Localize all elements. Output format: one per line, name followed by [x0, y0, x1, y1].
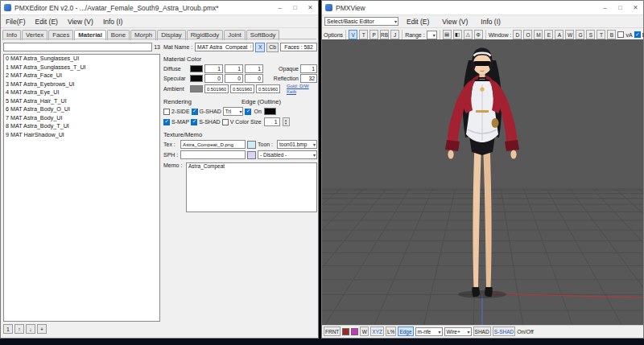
opaque-input[interactable] [300, 64, 317, 73]
draw-mode-dropdown[interactable]: Tri [223, 107, 244, 116]
tex-input[interactable] [180, 140, 246, 149]
material-list-item[interactable]: 8 MAT Astra_Body_T_UI [4, 122, 159, 131]
edge-toggle-button[interactable]: Edge [398, 327, 413, 336]
smap-checkbox[interactable] [163, 119, 170, 125]
minimize-button[interactable]: – [597, 2, 613, 14]
move-up-button[interactable]: ↑ [14, 324, 24, 334]
sph-preview-swatch[interactable] [247, 151, 256, 159]
mat-name-input[interactable] [195, 43, 254, 51]
diffuse-color-swatch[interactable] [190, 65, 203, 72]
material-list-item[interactable]: 3 MAT Astra_Eyebrows_UI [4, 80, 159, 89]
material-list-item[interactable]: 7 MAT Astra_Body_UI [4, 114, 159, 123]
close-button[interactable]: ✕ [628, 2, 643, 14]
maximize-button[interactable]: □ [287, 2, 303, 14]
specular-color-swatch[interactable] [190, 75, 203, 82]
vcolor-checkbox[interactable] [222, 119, 229, 125]
gshad-checkbox[interactable] [192, 109, 198, 115]
local-percent-button[interactable]: L% [386, 327, 396, 336]
taskbar[interactable] [0, 339, 644, 345]
pmxeditor-titlebar[interactable]: PMXEditor EN v2.0 - .../Avatar_Female_So… [1, 1, 318, 15]
toggle-physics[interactable]: P [369, 30, 378, 39]
toon-dropdown[interactable]: toon01.bmp [277, 140, 317, 149]
toggle-joint[interactable]: J [390, 30, 399, 39]
toggle-texture[interactable]: T [359, 30, 368, 39]
wireframe-button[interactable]: W [360, 327, 369, 336]
bx-checkbox[interactable] [634, 31, 641, 38]
maximize-button[interactable]: □ [613, 2, 628, 14]
two-side-checkbox[interactable] [163, 109, 170, 115]
xyz-button[interactable]: XYZ [370, 327, 384, 336]
material-list-item[interactable]: 4 MAT Astra_Eye_UI [4, 88, 159, 97]
material-list-item[interactable]: 0 MAT Astra_Sunglasses_UI [4, 55, 159, 64]
sshad-checkbox[interactable] [191, 119, 197, 125]
grid-icon[interactable]: ▤ [443, 30, 452, 39]
front-view-button[interactable]: FRNT [324, 327, 341, 336]
window-button-m[interactable]: M [534, 30, 543, 39]
half-view-icon[interactable]: ◧ [453, 30, 462, 39]
mat-cb-button[interactable]: Cb [266, 43, 279, 52]
window-button-d[interactable]: D [513, 30, 522, 39]
axis-color-chip-magenta[interactable] [351, 328, 358, 335]
pmxview-titlebar[interactable]: PMXView – □ ✕ [322, 1, 643, 15]
menu-info[interactable]: Info (I) [98, 18, 128, 26]
options-label[interactable]: Options [324, 32, 343, 38]
edge-on-checkbox[interactable] [245, 109, 251, 115]
ambient-b-input[interactable] [256, 84, 280, 93]
tex-preview-swatch[interactable] [247, 141, 256, 149]
viewport-3d[interactable] [322, 39, 643, 327]
window-button-a[interactable]: A [555, 30, 564, 39]
va-checkbox[interactable] [617, 31, 624, 38]
specular-r-input[interactable] [204, 74, 223, 83]
sph-mode-dropdown[interactable]: - Disabled - [258, 150, 317, 159]
dw-link[interactable]: Gold: D/W Keib [287, 84, 317, 94]
memo-textarea[interactable]: Astra_Compeat [186, 162, 317, 212]
window-button-b[interactable]: B [607, 30, 616, 39]
window-button-e[interactable]: E [544, 30, 553, 39]
specular-g-input[interactable] [225, 74, 243, 83]
sph-input[interactable] [180, 150, 246, 159]
material-filter-input[interactable] [3, 43, 152, 51]
editor-mode-select[interactable]: Select/Basic Editor [324, 17, 398, 26]
minimize-button[interactable]: – [272, 2, 287, 14]
material-list-item[interactable]: 1 MAT Astra_Sunglasses_T_UI [4, 64, 159, 72]
toggle-rigidbody[interactable]: RB [380, 30, 389, 39]
window-button-t[interactable]: T [597, 30, 605, 39]
material-listbox[interactable]: 0 MAT Astra_Sunglasses_UI 1 MAT Astra_Su… [3, 54, 160, 322]
menu-file[interactable]: File(F) [1, 18, 31, 26]
close-button[interactable]: ✕ [303, 2, 318, 14]
menu-edit[interactable]: Edit (E) [31, 18, 63, 26]
material-list-item[interactable]: 9 MAT HairShadow_UI [4, 131, 159, 140]
material-list-item[interactable]: 6 MAT Astra_Body_O_UI [4, 105, 159, 114]
toggle-vertex[interactable]: V [349, 30, 357, 39]
mat-x-button[interactable]: X [255, 43, 265, 52]
move-down-button[interactable]: ↓ [26, 324, 35, 334]
axis-icon[interactable]: Φ [474, 30, 483, 39]
add-material-button[interactable]: + [37, 324, 47, 334]
material-list-item[interactable]: 5 MAT Astra_Hair_T_UI [4, 97, 159, 106]
wire-mode-dropdown[interactable]: Wire+ [444, 327, 472, 336]
diffuse-g-input[interactable] [225, 64, 243, 73]
window-button-w[interactable]: W [565, 30, 574, 39]
triangle-icon[interactable]: △ [464, 30, 473, 39]
self-shadow-toggle-button[interactable]: S-SHAD [493, 327, 516, 336]
material-mode-dropdown[interactable]: m-nfe [415, 327, 443, 336]
diffuse-b-input[interactable] [245, 64, 263, 73]
edge-size-spinner[interactable]: ▲▼ [283, 117, 290, 126]
specular-b-input[interactable] [245, 74, 263, 83]
ambient-color-swatch[interactable] [190, 85, 203, 92]
menu-edit[interactable]: Edit (E) [402, 18, 434, 26]
axis-color-chip-red[interactable] [342, 328, 349, 335]
window-button-s[interactable]: S [586, 30, 595, 39]
diffuse-r-input[interactable] [204, 64, 223, 73]
window-button-o[interactable]: O [523, 30, 532, 39]
menu-info[interactable]: Info (I) [476, 18, 506, 26]
shad-toggle-button[interactable]: SHAD [473, 327, 491, 336]
edge-color-swatch[interactable] [264, 108, 276, 115]
window-button-g[interactable]: G [576, 30, 584, 39]
list-footer-button-1[interactable]: 1 [3, 324, 13, 334]
spin-down-icon[interactable]: ▼ [284, 122, 287, 125]
menu-view[interactable]: View (V) [63, 18, 98, 26]
material-list-item[interactable]: 2 MAT Astra_Face_UI [4, 72, 159, 80]
ambient-g-input[interactable] [230, 84, 254, 93]
reflection-input[interactable] [300, 74, 317, 83]
